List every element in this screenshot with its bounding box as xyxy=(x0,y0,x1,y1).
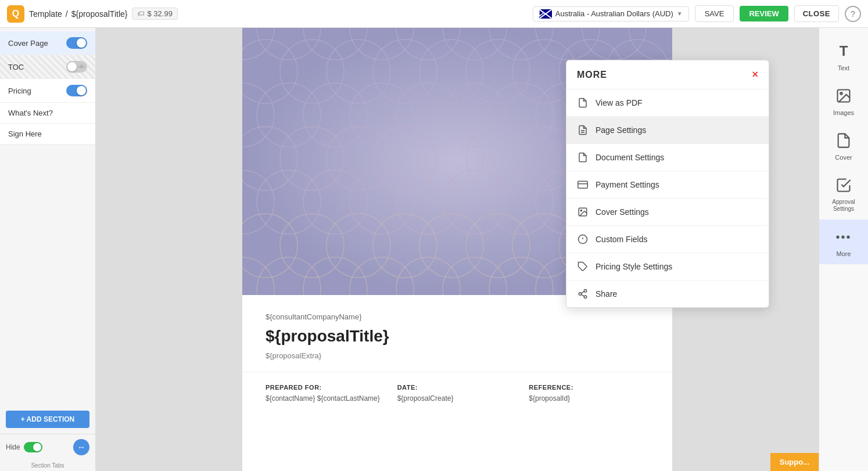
date-label: DATE: xyxy=(397,384,518,391)
sidebar-add-section-container: + ADD SECTION xyxy=(0,405,95,434)
images-icon xyxy=(833,85,854,106)
share-label: Share xyxy=(596,289,617,299)
breadcrumb-current: ${proposalTitle} xyxy=(71,9,128,19)
locale-chevron: ▼ xyxy=(677,10,683,17)
toolbar-item-images[interactable]: Images xyxy=(819,78,868,123)
pricing-style-icon xyxy=(577,261,589,272)
document-settings-icon xyxy=(577,152,589,163)
logo[interactable]: Q xyxy=(7,5,24,23)
svg-point-77 xyxy=(580,210,582,211)
more-icon: ••• xyxy=(833,226,854,247)
prepared-for-label: PREPARED FOR: xyxy=(266,384,386,391)
view-pdf-icon xyxy=(577,97,589,109)
canvas[interactable]: ${consultantCompanyName} ${proposalTitle… xyxy=(96,28,819,471)
toolbar-images-label: Images xyxy=(833,109,854,116)
sidebar-item-label: TOC xyxy=(8,63,24,71)
more-panel-item-payment-settings[interactable]: Payment Settings xyxy=(566,171,769,199)
hide-toggle-container: Hide xyxy=(6,442,42,452)
footer-col-prepared: PREPARED FOR: ${contactName} ${contactLa… xyxy=(266,384,386,402)
eye-icon: 👁 xyxy=(78,87,85,94)
reference-label: REFERENCE: xyxy=(529,384,649,391)
contact-name: ${contactName} ${contactLastName} xyxy=(266,394,380,402)
cover-page-toggle[interactable]: 👁 xyxy=(66,37,87,49)
toolbar-approval-label: Approval Settings xyxy=(824,199,863,213)
toc-toggle[interactable]: 👁 xyxy=(66,61,87,73)
price-icon: 🏷 xyxy=(137,9,145,18)
more-panel-item-share[interactable]: Share xyxy=(566,281,769,307)
pricing-style-label: Pricing Style Settings xyxy=(596,262,672,271)
payment-settings-icon xyxy=(577,179,589,190)
share-icon xyxy=(577,288,589,300)
cover-icon xyxy=(833,130,854,151)
sidebar-item-label: Pricing xyxy=(8,87,31,95)
proposal-create: ${proposalCreate} xyxy=(397,394,454,402)
more-panel-item-pricing-style[interactable]: Pricing Style Settings xyxy=(566,253,769,281)
more-panel-item-page-settings[interactable]: Page Settings xyxy=(566,117,769,144)
sidebar-item-toc[interactable]: TOC 👁 xyxy=(0,55,95,79)
sidebar-item-label: Cover Page xyxy=(8,39,48,48)
cover-settings-icon xyxy=(577,206,589,218)
proposal-title: ${proposalTitle} xyxy=(266,327,649,346)
more-panel: MORE × View as PDF Page Settings Doc xyxy=(566,60,769,308)
breadcrumb-separator: / xyxy=(66,9,68,19)
toggle-small-knob xyxy=(33,443,41,451)
header-right: Australia - Australian Dollars (AUD) ▼ S… xyxy=(533,5,861,22)
eye-icon: 👁 xyxy=(78,39,85,46)
locale-label: Australia - Australian Dollars (AUD) xyxy=(555,9,673,18)
proposal-extra: ${proposalExtra} xyxy=(266,351,649,360)
section-tabs-button[interactable]: ↔ xyxy=(73,439,89,455)
sidebar-item-pricing[interactable]: Pricing 👁 xyxy=(0,79,95,103)
price-tag: 🏷 $ 32.99 xyxy=(132,8,177,20)
more-panel-close-button[interactable]: × xyxy=(752,69,758,81)
payment-settings-label: Payment Settings xyxy=(596,180,659,189)
breadcrumb-parent[interactable]: Template xyxy=(29,9,62,19)
save-button[interactable]: SAVE xyxy=(695,5,734,22)
custom-fields-label: Custom Fields xyxy=(596,235,647,244)
approval-settings-icon xyxy=(833,175,854,196)
toggle-knob xyxy=(67,62,77,71)
main: Cover Page 👁 TOC 👁 Pricing 👁 xyxy=(0,28,868,471)
page-settings-label: Page Settings xyxy=(596,125,646,135)
sidebar-item-whats-next[interactable]: What's Next? xyxy=(0,103,95,124)
svg-line-86 xyxy=(581,292,584,293)
breadcrumb: Template / ${proposalTitle} xyxy=(29,9,127,19)
more-panel-item-custom-fields[interactable]: Custom Fields xyxy=(566,226,769,253)
support-button[interactable]: Suppo... xyxy=(770,453,819,471)
pricing-toggle[interactable]: 👁 xyxy=(66,85,87,96)
review-button[interactable]: REVIEW xyxy=(740,6,788,21)
svg-point-82 xyxy=(584,290,587,293)
svg-line-85 xyxy=(581,294,584,296)
text-icon: T xyxy=(833,41,854,62)
sidebar-item-label: Sign Here xyxy=(8,130,42,138)
hide-toggle[interactable] xyxy=(24,442,42,452)
view-pdf-label: View as PDF xyxy=(596,98,643,107)
locale-selector[interactable]: Australia - Australian Dollars (AUD) ▼ xyxy=(533,6,689,21)
section-tabs-icon: ↔ xyxy=(77,443,85,452)
svg-point-84 xyxy=(584,296,587,299)
sidebar: Cover Page 👁 TOC 👁 Pricing 👁 xyxy=(0,28,96,471)
more-panel-item-document-settings[interactable]: Document Settings xyxy=(566,144,769,171)
add-section-button[interactable]: + ADD SECTION xyxy=(6,411,89,428)
header: Q Template / ${proposalTitle} 🏷 $ 32.99 … xyxy=(0,0,868,28)
more-panel-item-cover-settings[interactable]: Cover Settings xyxy=(566,199,769,226)
svg-point-88 xyxy=(840,92,842,95)
page-settings-icon xyxy=(577,124,589,136)
price-value: $ 32.99 xyxy=(147,9,172,18)
sidebar-bottom: Hide ↔ xyxy=(0,434,95,460)
sidebar-items: Cover Page 👁 TOC 👁 Pricing 👁 xyxy=(0,28,95,405)
toolbar-more-label: More xyxy=(836,250,851,257)
close-button[interactable]: CLOSE xyxy=(794,5,839,22)
sidebar-item-sign-here[interactable]: Sign Here xyxy=(0,124,95,145)
toolbar-item-more[interactable]: ••• More xyxy=(819,220,868,264)
support-label: Suppo... xyxy=(780,458,809,466)
toolbar-item-cover[interactable]: Cover xyxy=(819,123,868,168)
hide-label: Hide xyxy=(6,443,20,451)
more-panel-item-view-pdf[interactable]: View as PDF xyxy=(566,89,769,117)
toolbar-item-approval-settings[interactable]: Approval Settings xyxy=(819,168,868,220)
toolbar-item-text[interactable]: T Text xyxy=(819,34,868,78)
logo-text: Q xyxy=(12,9,19,19)
more-panel-title: MORE xyxy=(577,70,607,80)
sidebar-item-cover-page[interactable]: Cover Page 👁 xyxy=(0,31,95,55)
help-button[interactable]: ? xyxy=(845,6,861,22)
svg-point-83 xyxy=(579,293,582,296)
